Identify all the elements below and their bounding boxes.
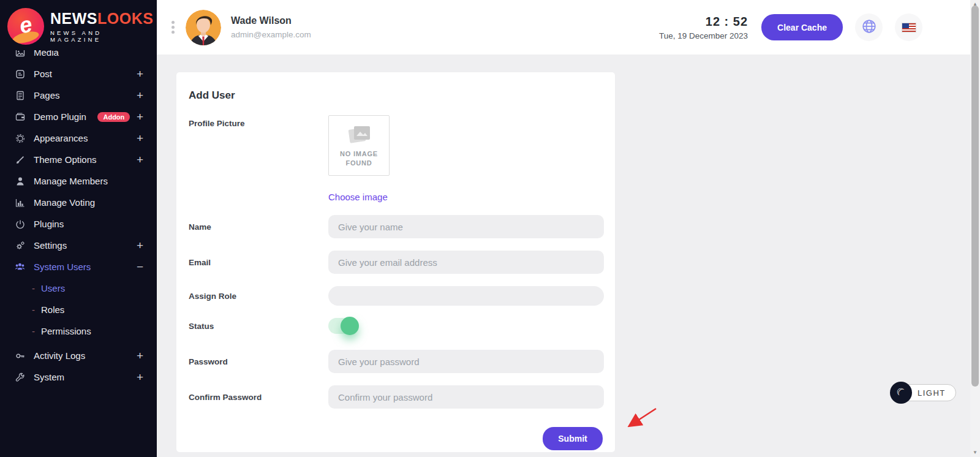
globe-icon [861, 18, 877, 37]
clock: 12 : 52 Tue, 19 December 2023 [659, 15, 748, 40]
manage-voting-icon [15, 197, 25, 208]
user-meta: Wade Wilson admin@example.com [231, 15, 311, 39]
system-icon [15, 372, 25, 382]
brand-tagline: NEWS AND MAGAZINE [50, 29, 153, 43]
main-content: Add User Profile Picture NO IMAGE FOUND … [157, 55, 970, 457]
sub-bullet: - [32, 283, 35, 293]
plus-icon[interactable]: + [137, 89, 143, 102]
brand-logo-icon: e [7, 8, 44, 45]
minus-icon[interactable]: − [137, 260, 143, 274]
post-icon [15, 69, 25, 79]
status-label: Status [189, 322, 328, 331]
plus-icon[interactable]: + [137, 239, 143, 252]
sidebar-item-manage-members[interactable]: Manage Members [0, 170, 157, 192]
profile-picture-label: Profile Picture [189, 115, 328, 128]
annotation-arrow [623, 405, 660, 434]
plus-icon[interactable]: + [137, 371, 143, 384]
plus-icon[interactable]: + [137, 67, 143, 81]
sidebar-item-demo-plugin[interactable]: Demo Plugin Addon + [0, 106, 157, 127]
plus-icon[interactable]: + [137, 132, 143, 145]
addon-badge: Addon [97, 112, 130, 122]
status-row: Status [189, 318, 603, 334]
confirm-password-label: Confirm Password [189, 393, 328, 402]
password-row: Password [189, 350, 603, 373]
sidebar-subitem-users[interactable]: - Users [0, 278, 157, 299]
sidebar-item-pages[interactable]: Pages + [0, 85, 157, 106]
moon-icon: ☾ [890, 382, 912, 404]
plugins-icon [15, 219, 25, 229]
name-row: Name [189, 215, 603, 238]
activity-logs-icon [15, 350, 25, 361]
sub-bullet: - [32, 304, 35, 315]
settings-icon [15, 240, 25, 251]
theme-options-icon [15, 154, 25, 165]
user-email: admin@example.com [231, 30, 311, 39]
top-header: Wade Wilson admin@example.com 12 : 52 Tu… [157, 0, 970, 55]
image-preview-box: NO IMAGE FOUND [328, 115, 390, 176]
assign-role-select[interactable] [328, 286, 604, 306]
sidebar-item-system-users[interactable]: System Users − [0, 256, 157, 278]
sidebar-item-label: Plugins [34, 219, 143, 229]
password-input[interactable] [328, 350, 604, 373]
no-image-text: NO IMAGE FOUND [337, 149, 381, 168]
status-toggle[interactable] [328, 318, 358, 334]
add-user-card: Add User Profile Picture NO IMAGE FOUND … [176, 72, 615, 452]
us-flag-icon [902, 23, 916, 32]
submit-button[interactable]: Submit [543, 427, 603, 450]
sidebar-subitem-label: Users [41, 283, 65, 293]
sub-bullet: - [32, 326, 35, 336]
sidebar-item-appearances[interactable]: Appearances + [0, 127, 157, 149]
pages-icon [15, 90, 25, 100]
avatar[interactable] [186, 10, 221, 45]
sidebar-item-label: Pages [34, 90, 137, 100]
sidebar-collapse-toggle[interactable] [172, 21, 175, 34]
sidebar-item-manage-voting[interactable]: Manage Voting [0, 192, 157, 213]
brand-title-primary: NEWS [50, 10, 97, 27]
scrollbar-thumb[interactable] [971, 6, 979, 387]
name-input[interactable] [328, 215, 604, 238]
clear-cache-button[interactable]: Clear Cache [761, 14, 843, 40]
language-globe-button[interactable] [855, 13, 883, 41]
sidebar-item-settings[interactable]: Settings + [0, 235, 157, 256]
sidebar-item-label: Manage Members [34, 176, 143, 186]
toggle-knob [341, 317, 359, 335]
confirm-password-input[interactable] [328, 385, 604, 409]
confirm-password-row: Confirm Password [189, 385, 603, 409]
plus-icon[interactable]: + [137, 110, 143, 124]
page-title: Add User [189, 89, 603, 102]
sidebar-item-activity-logs[interactable]: Activity Logs + [0, 345, 157, 366]
email-label: Email [189, 258, 328, 267]
sidebar-item-post[interactable]: Post + [0, 63, 157, 85]
theme-mode-toggle[interactable]: ☾ LIGHT [890, 382, 956, 403]
sidebar-item-label: Manage Voting [34, 197, 143, 208]
choose-image-link[interactable]: Choose image [328, 192, 388, 202]
vertical-scrollbar: ▲ ▼ [970, 0, 980, 457]
scroll-down-arrow[interactable]: ▼ [970, 448, 980, 457]
name-label: Name [189, 222, 328, 232]
sidebar-item-label: Post [34, 69, 137, 79]
clock-date: Tue, 19 December 2023 [659, 31, 748, 40]
sidebar-subitem-permissions[interactable]: - Permissions [0, 320, 157, 342]
sidebar-subitem-label: Permissions [41, 326, 91, 336]
password-label: Password [189, 357, 328, 366]
appearances-icon [15, 133, 25, 143]
sidebar-item-system[interactable]: System + [0, 366, 157, 388]
profile-picture-row: Profile Picture NO IMAGE FOUND Choose im… [189, 115, 603, 203]
brand-logo[interactable]: e NEWSLOOKS NEWS AND MAGAZINE [0, 0, 157, 50]
sidebar-item-label: System Users [34, 262, 137, 272]
sidebar-item-label: Activity Logs [34, 350, 137, 361]
sidebar-item-label: Theme Options [34, 154, 137, 165]
clock-time: 12 : 52 [659, 15, 748, 29]
sidebar-item-label: Settings [34, 240, 137, 251]
email-input[interactable] [328, 251, 604, 274]
sidebar-item-label: Appearances [34, 133, 137, 143]
plus-icon[interactable]: + [137, 349, 143, 363]
locale-flag-button[interactable] [895, 13, 922, 41]
plus-icon[interactable]: + [137, 153, 143, 167]
sidebar-subitem-roles[interactable]: - Roles [0, 299, 157, 320]
sidebar-subitem-label: Roles [41, 304, 64, 315]
assign-role-row: Assign Role [189, 286, 603, 306]
sidebar-item-theme-options[interactable]: Theme Options + [0, 149, 157, 170]
sidebar-item-plugins[interactable]: Plugins [0, 213, 157, 235]
sidebar-item-label: Demo Plugin [34, 111, 92, 122]
